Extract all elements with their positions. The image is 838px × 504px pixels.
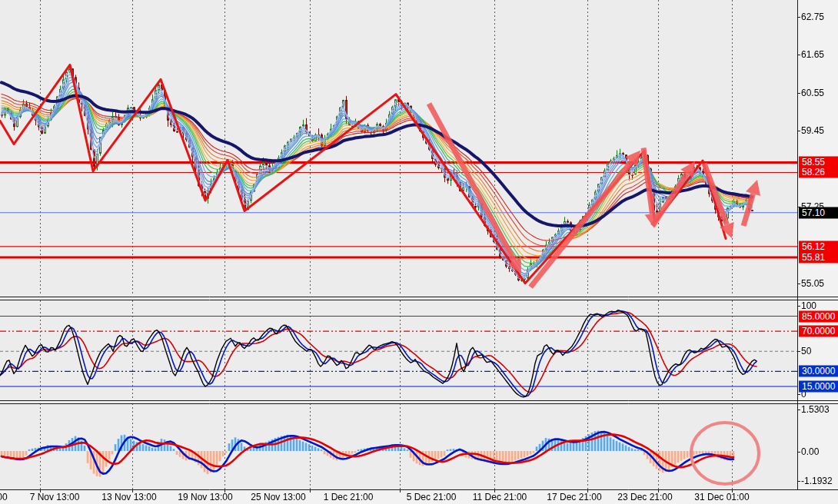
time-axis[interactable] (0, 489, 838, 504)
macd-panel[interactable] (0, 403, 797, 489)
stochastic-panel[interactable] (0, 300, 797, 400)
price-axis[interactable] (797, 0, 838, 489)
trading-chart-window: 62.7561.6560.5559.4557.2555.051005001.53… (0, 0, 838, 504)
main-price-panel[interactable] (0, 0, 797, 295)
